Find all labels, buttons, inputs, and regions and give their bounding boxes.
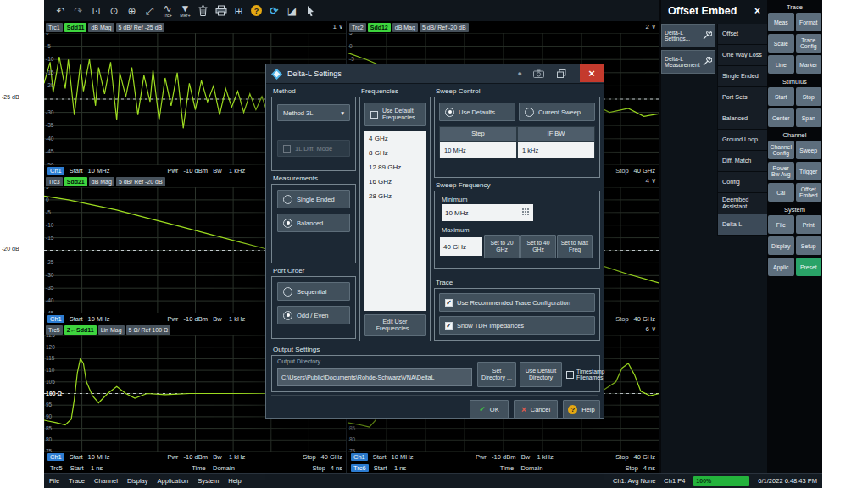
ok-button[interactable]: ✓ OK [470, 400, 509, 419]
softpanel-item-one-way-loss[interactable]: One Way Loss [718, 45, 768, 66]
undo-icon[interactable]: ↶ [54, 2, 67, 19]
display-icon[interactable]: ◪ [286, 2, 298, 19]
set-directory-button[interactable]: Set Directory ... [477, 362, 516, 387]
hardkey-start[interactable]: Start [768, 87, 794, 106]
format-badge[interactable]: dB Mag [392, 23, 418, 32]
trace-name-badge[interactable]: Trc1 [46, 23, 63, 32]
hardkey-cal[interactable]: Cal [768, 183, 794, 202]
frequency-list-item[interactable]: 28 GHz [364, 189, 426, 203]
frequency-list-item[interactable]: 4 GHz [364, 131, 426, 146]
use-default-directory-button[interactable]: Use Default Directory [520, 362, 562, 387]
redo-icon[interactable]: ↷ [72, 2, 85, 19]
hardkey-file[interactable]: File [768, 215, 794, 234]
frequency-list[interactable]: 4 GHz8 GHz12.89 GHz16 GHz28 GHz [364, 131, 426, 311]
s-parameter-badge[interactable]: Sdd11 [64, 23, 87, 32]
s-parameter-badge[interactable]: Sdd12 [368, 23, 391, 32]
add-trace-icon[interactable]: ∿Trc+ [161, 2, 174, 19]
zoom-active-icon[interactable]: ⊕ [125, 2, 138, 19]
softpanel-item-config[interactable]: Config [718, 172, 768, 193]
scale-badge[interactable]: 5 dB/ Ref -20 dB [116, 177, 165, 186]
hardkey-preset[interactable]: Preset [796, 258, 822, 276]
softkey-delta-l-settings-[interactable]: Delta-L Settings... [661, 24, 715, 47]
zoom-selection-icon[interactable]: ⊡ [90, 2, 103, 19]
output-directory-field[interactable]: C:\Users\Public\Documents\Rohde-Schwarz\… [277, 368, 472, 386]
windows-icon[interactable]: ⊞ [232, 2, 245, 19]
chart-number-selector[interactable]: 2 ∨ [645, 23, 656, 30]
help-icon[interactable]: ? [250, 2, 263, 19]
minimum-frequency-input[interactable]: 10 MHz [442, 204, 533, 221]
start-value[interactable]: 10 MHz [88, 453, 110, 461]
hardkey-format[interactable]: Format [796, 13, 822, 31]
hardkey-trigger[interactable]: Trigger [796, 162, 822, 180]
hardkey-stop[interactable]: Stop [796, 87, 822, 106]
scale-badge[interactable]: 5 dB/ Ref -25 dB [116, 23, 165, 32]
timestamp-filenames-checkbox[interactable]: Timestamp Filenames [566, 362, 598, 387]
radio-option-use-defaults[interactable]: Use Defaults [439, 103, 515, 121]
softpanel-item-ground-loop[interactable]: Ground Loop [718, 130, 768, 151]
touch-icon[interactable] [303, 2, 316, 19]
cancel-button[interactable]: × Cancel [514, 400, 558, 419]
camera-icon[interactable] [533, 69, 544, 78]
softkey-delta-l-measurement[interactable]: Delta-L Measurement [661, 50, 715, 74]
s-parameter-badge[interactable]: Z←Sdd11 [64, 325, 97, 335]
table-cell[interactable]: 1 kHz [517, 141, 595, 158]
scale-badge[interactable]: 5 dB/ Ref -20 dB [420, 23, 469, 32]
hardkey-center[interactable]: Center [768, 108, 794, 127]
radio-option-current-sweep[interactable]: Current Sweep [519, 103, 595, 121]
hardkey-meas[interactable]: Meas [768, 13, 794, 31]
radio-option-sequential[interactable]: Sequential [277, 282, 350, 301]
hardkey-marker[interactable]: Marker [796, 55, 822, 74]
softpanel-item-balanced[interactable]: Balanced [718, 108, 768, 130]
keypad-icon[interactable] [521, 208, 530, 218]
hardkey-print[interactable]: Print [796, 215, 822, 234]
set-frequency-button[interactable]: Set to 20 GHz [484, 235, 520, 258]
radio-option-balanced[interactable]: Balanced [277, 214, 350, 232]
maximize-icon[interactable]: ⤢ [143, 2, 156, 19]
set-frequency-button[interactable]: Set to Max Freq [557, 235, 593, 258]
method-dropdown[interactable]: Method 3L ▾ [277, 104, 350, 121]
start-value[interactable]: 10 MHz [88, 167, 110, 175]
menu-display[interactable]: Display [127, 477, 148, 485]
stop-value[interactable]: 40 GHz [634, 167, 655, 175]
start-value[interactable]: 10 MHz [392, 453, 414, 461]
softpanel-item-diff-match[interactable]: Diff. Match [718, 151, 768, 172]
start-value[interactable]: 10 MHz [88, 315, 110, 323]
hardkey-span[interactable]: Span [796, 108, 822, 127]
channel-badge[interactable]: Trc5 [47, 464, 65, 472]
hardkey-channel-config[interactable]: Channel Config [768, 141, 794, 159]
stop-value[interactable]: 4 ns [643, 464, 655, 472]
chart-number-selector[interactable]: 1 ∨ [332, 23, 343, 30]
hardkey-display[interactable]: Display [768, 236, 794, 255]
format-badge[interactable]: dB Mag [88, 23, 114, 32]
restore-window-icon[interactable] [557, 69, 566, 78]
set-frequency-button[interactable]: Set to 40 GHz [520, 235, 556, 258]
softpanel-item-delta-l[interactable]: Delta-L [718, 214, 768, 236]
hardkey-sweep[interactable]: Sweep [796, 141, 822, 159]
stop-value[interactable]: 40 GHz [634, 453, 655, 461]
channel-badge[interactable]: Ch1 [47, 167, 64, 175]
hardkey-trace-config[interactable]: Trace Config [796, 34, 822, 53]
stop-value[interactable]: 40 GHz [321, 453, 342, 461]
stop-value[interactable]: 40 GHz [634, 315, 655, 323]
help-button[interactable]: ? Help [563, 400, 600, 419]
menu-help[interactable]: Help [228, 477, 241, 485]
hardkey-power-bw-avg[interactable]: Power Bw Avg [768, 162, 794, 180]
frequency-list-item[interactable]: 16 GHz [364, 175, 426, 189]
chart-number-selector[interactable]: 4 ∨ [645, 177, 656, 185]
hardkey-offset-embed[interactable]: Offset Embed [796, 183, 822, 202]
menu-trace[interactable]: Trace [69, 477, 85, 485]
delete-icon[interactable] [197, 2, 209, 19]
table-cell[interactable]: 10 MHz [439, 141, 517, 158]
hardkey-scale[interactable]: Scale [768, 34, 794, 53]
menu-system[interactable]: System [198, 477, 219, 485]
s-parameter-badge[interactable]: Sdd21 [64, 177, 87, 186]
hardkey-line[interactable]: Line [768, 55, 794, 74]
trace-name-badge[interactable]: Trc3 [46, 177, 63, 186]
close-dialog-button[interactable]: × [580, 64, 604, 82]
frequency-list-item[interactable]: 8 GHz [364, 146, 426, 160]
channel-badge[interactable]: Ch1 [47, 453, 64, 461]
format-badge[interactable]: dB Mag [89, 177, 114, 186]
softpanel-item-offset[interactable]: Offset [718, 24, 768, 45]
hardkey-setup[interactable]: Setup [796, 236, 822, 255]
trace-name-badge[interactable]: Trc2 [349, 23, 366, 32]
